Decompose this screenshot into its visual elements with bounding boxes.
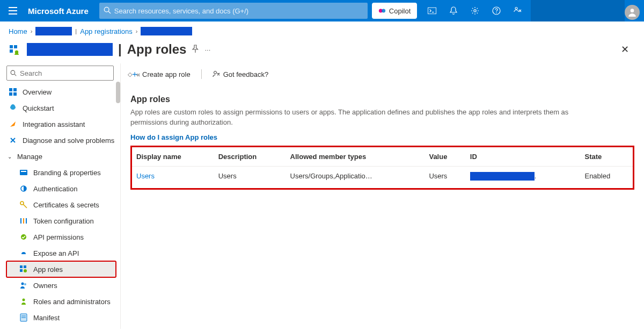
svg-line-1	[108, 11, 111, 13]
brand-label[interactable]: Microsoft Azure	[24, 6, 97, 16]
svg-point-31	[24, 269, 27, 272]
wrench-icon	[9, 136, 17, 145]
col-description[interactable]: Description	[214, 147, 286, 167]
global-header: Microsoft Azure Copilot	[0, 0, 644, 21]
avatar[interactable]	[625, 5, 640, 20]
col-id[interactable]: ID	[466, 147, 581, 167]
col-state[interactable]: State	[580, 147, 633, 167]
breadcrumb: Home › | App registrations ›	[0, 21, 644, 38]
breadcrumb-redacted-1[interactable]	[35, 27, 72, 35]
help-icon[interactable]	[486, 0, 507, 21]
feedback-person-icon	[213, 70, 220, 78]
svg-rect-21	[21, 171, 26, 172]
sidebar-item-owners[interactable]: Owners	[6, 277, 116, 293]
manifest-icon	[19, 313, 28, 322]
col-value[interactable]: Value	[425, 147, 465, 167]
svg-point-32	[21, 283, 24, 285]
global-search[interactable]	[99, 3, 368, 19]
sidebar-item-authentication[interactable]: Authentication	[6, 181, 116, 197]
help-link-assign-app-roles[interactable]: How do I assign App roles	[130, 133, 217, 141]
copilot-icon	[378, 7, 386, 15]
svg-point-14	[11, 70, 15, 75]
breadcrumb-app-registrations[interactable]: App registrations	[80, 27, 133, 35]
page-title-redacted-appname	[27, 43, 113, 56]
sidebar-item-expose-api[interactable]: Expose an API	[6, 245, 116, 261]
svg-point-0	[104, 7, 109, 12]
sidebar-item-manifest[interactable]: Manifest	[6, 310, 116, 326]
row-allowed: Users/Groups,Applicatio…	[286, 166, 425, 186]
sidebar-item-quickstart[interactable]: Quickstart	[6, 100, 116, 116]
sidebar-item-overview[interactable]: Overview	[6, 84, 116, 100]
global-search-input[interactable]	[114, 7, 363, 15]
app-roles-icon	[9, 43, 21, 56]
table-row[interactable]: Users Users Users/Groups,Applicatio… Use…	[132, 166, 633, 186]
sidebar-group-manage[interactable]: ⌄ Manage	[6, 148, 116, 164]
app-roles-table: Display name Description Allowed member …	[132, 147, 633, 186]
sidebar-item-token-configuration[interactable]: Token configuration	[6, 213, 116, 229]
col-display-name[interactable]: Display name	[132, 147, 214, 167]
hamburger-menu[interactable]	[2, 0, 24, 21]
svg-point-34	[23, 299, 25, 301]
sidebar-item-label: Roles and administrators	[33, 298, 111, 306]
svg-rect-12	[10, 49, 13, 53]
sidebar-item-roles-admins[interactable]: Roles and administrators	[6, 293, 116, 310]
sidebar-item-label: Owners	[33, 282, 57, 290]
sidebar-item-diagnose[interactable]: Diagnose and solve problems	[6, 132, 116, 148]
sidebar-item-integration-assistant[interactable]: Integration assistant	[6, 116, 116, 132]
svg-rect-11	[14, 45, 17, 48]
command-bar: ＋ Create app role Got feedback?	[130, 63, 634, 85]
row-display-name-link[interactable]: Users	[136, 172, 155, 180]
sidebar-item-label: Authentication	[33, 185, 77, 193]
sidebar-item-api-permissions[interactable]: API permissions	[6, 229, 116, 245]
sidebar-item-label: API permissions	[33, 233, 84, 241]
sidebar: ◇ « Overview Quickstart Integration assi…	[0, 63, 121, 329]
main-content: ＋ Create app role Got feedback? App role…	[121, 63, 644, 329]
sidebar-item-label: Manage	[17, 153, 42, 161]
key-icon	[19, 200, 28, 209]
page-title-separator: |	[118, 42, 122, 57]
sidebar-item-label: Manifest	[33, 314, 60, 322]
svg-point-5	[474, 10, 476, 12]
sidebar-item-label: Integration assistant	[23, 120, 85, 128]
sidebar-item-app-roles[interactable]: App roles	[6, 261, 116, 277]
notifications-icon[interactable]	[443, 0, 464, 21]
create-app-role-button[interactable]: ＋ Create app role	[130, 69, 191, 80]
sidebar-scrollbar-thumb[interactable]	[116, 82, 120, 103]
account-tenant-block[interactable]	[531, 0, 625, 21]
svg-point-38	[214, 71, 216, 74]
svg-point-3	[382, 9, 385, 13]
svg-point-7	[496, 12, 497, 13]
svg-rect-17	[13, 88, 17, 91]
svg-rect-4	[428, 8, 436, 14]
sidebar-item-label: Branding & properties	[33, 169, 101, 177]
rocket-icon	[9, 104, 17, 112]
row-description: Users	[214, 166, 286, 186]
close-blade-icon[interactable]: ✕	[621, 44, 629, 55]
chevron-right-icon: ›	[136, 28, 138, 34]
svg-rect-19	[13, 92, 17, 96]
feedback-icon[interactable]	[507, 0, 529, 21]
pin-icon[interactable]	[192, 45, 199, 55]
section-title: App roles	[130, 95, 634, 104]
cloud-shell-icon[interactable]	[421, 0, 443, 21]
settings-icon[interactable]	[464, 0, 486, 21]
sidebar-item-branding[interactable]: Branding & properties	[6, 164, 116, 181]
svg-rect-10	[10, 45, 13, 48]
copilot-button[interactable]: Copilot	[372, 3, 417, 19]
sidebar-search[interactable]	[6, 66, 114, 81]
create-app-role-label: Create app role	[142, 70, 191, 78]
col-allowed-member-types[interactable]: Allowed member types	[286, 147, 425, 167]
chevron-right-icon: ›	[31, 28, 33, 34]
breadcrumb-redacted-2[interactable]	[141, 27, 192, 35]
table-header: Display name Description Allowed member …	[132, 147, 633, 167]
more-actions-icon[interactable]: ···	[204, 46, 210, 54]
sidebar-item-label: Diagnose and solve problems	[23, 136, 114, 145]
breadcrumb-home[interactable]: Home	[9, 27, 27, 35]
sidebar-item-certificates[interactable]: Certificates & secrets	[6, 197, 116, 213]
page-title: App roles	[127, 42, 187, 57]
got-feedback-button[interactable]: Got feedback?	[213, 70, 269, 78]
rocket-icon	[9, 120, 17, 128]
svg-rect-16	[9, 88, 12, 91]
command-separator	[201, 69, 202, 79]
sidebar-search-input[interactable]	[20, 69, 110, 77]
